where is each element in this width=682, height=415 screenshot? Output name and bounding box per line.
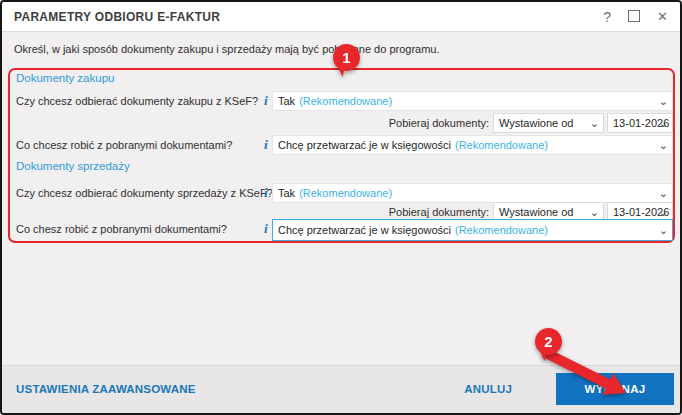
question-process-purchase: Co chcesz robić z pobranymi dokumentami? [16,135,232,155]
chevron-down-icon: ⌄ [659,92,668,110]
titlebar-buttons: ? ✕ [603,10,668,24]
combo-value: Chcę przetwarzać je w księgowości [278,139,451,151]
help-icon[interactable]: ? [603,10,611,24]
combo-value: Chcę przetwarzać je w księgowości [278,224,451,236]
question-process-sales: Co chesz robić z pobranymi dokumentami? [16,219,227,239]
combo-recommended: (Rekomendowane) [299,95,392,107]
chevron-down-icon: ⌄ [659,220,668,240]
process-purchase-dropdown[interactable]: Chcę przetwarzać je w księgowości (Rekom… [272,135,673,155]
fetch-date-purchase-dropdown[interactable]: 13-01-2026 ⌄ [607,113,673,133]
info-icon[interactable]: i [260,183,272,203]
receive-sales-dropdown[interactable]: Tak (Rekomendowane) ⌄ [272,183,673,203]
intro-text: Określ, w jaki sposób dokumenty zakupu i… [14,43,440,55]
chevron-down-icon: ⌄ [590,114,599,132]
dialog-parametry-odbioru-e-faktur: PARAMETRY ODBIORU E-FAKTUR ? ✕ Określ, w… [0,0,682,415]
info-icon[interactable]: i [260,91,272,111]
combo-value: Tak [278,95,295,107]
combo-value: Wystawione od [499,206,574,218]
fetch-documents-label: Pobieraj dokumenty: [332,113,489,133]
process-sales-dropdown[interactable]: Chcę przetwarzać je w księgowości (Rekom… [272,219,673,241]
close-icon[interactable]: ✕ [657,10,668,24]
info-icon[interactable]: i [260,135,272,155]
section-title-sprzedazy: Dokumenty sprzedaży [16,160,130,172]
maximize-icon[interactable] [628,10,640,24]
chevron-down-icon: ⌄ [659,136,668,154]
combo-value: Tak [278,187,295,199]
maximize-glyph [628,10,640,22]
combo-recommended: (Rekomendowane) [455,224,548,236]
chevron-down-icon: ⌄ [659,114,668,132]
question-receive-purchase: Czy chcesz odbierać dokumenty zakupu z K… [16,91,258,111]
chevron-down-icon: ⌄ [659,184,668,202]
cancel-button[interactable]: ANULUJ [464,383,512,395]
fetch-mode-purchase-dropdown[interactable]: Wystawione od ⌄ [493,113,604,133]
advanced-settings-button[interactable]: USTAWIENIA ZAAWANSOWANE [16,383,196,395]
info-icon[interactable]: i [260,219,272,239]
title-bar: PARAMETRY ODBIORU E-FAKTUR ? ✕ [2,2,680,32]
combo-value: Wystawione od [499,117,574,129]
annotation-step-2-badge: 2 [535,328,562,355]
receive-purchase-dropdown[interactable]: Tak (Rekomendowane) ⌄ [272,91,673,111]
combo-recommended: (Rekomendowane) [299,187,392,199]
question-receive-sales: Czy chcesz odbierać dokumenty sprzedaży … [16,183,273,203]
section-title-zakupu: Dokumenty zakupu [16,72,114,84]
dialog-title: PARAMETRY ODBIORU E-FAKTUR [14,10,220,24]
combo-recommended: (Rekomendowane) [455,139,548,151]
annotation-step-1-badge: 1 [333,44,360,71]
